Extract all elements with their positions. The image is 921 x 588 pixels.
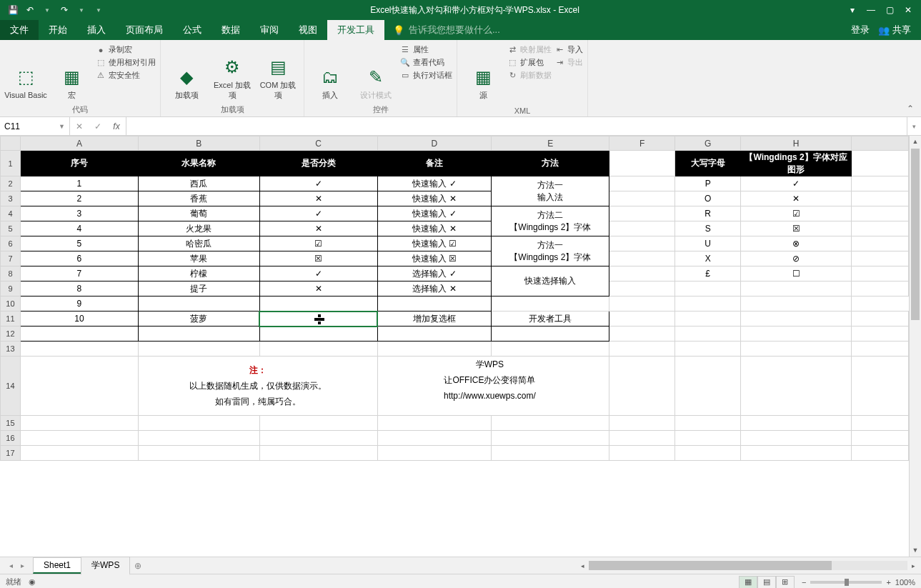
cell[interactable] [852,151,909,176]
view-pagebreak-icon[interactable]: ⊞ [776,576,795,589]
cell[interactable] [741,281,852,297]
cell[interactable]: S [675,221,741,236]
cell[interactable] [852,327,909,342]
cell[interactable]: 水果名称 [138,151,259,176]
row-header[interactable]: 17 [1,446,21,461]
cell[interactable] [492,446,609,461]
cell[interactable]: ⊘ [741,251,852,266]
cell[interactable] [852,266,909,281]
cell[interactable] [852,312,909,327]
qat-customize-icon[interactable]: ▼ [91,7,106,14]
cell[interactable]: 增加复选框 [377,312,492,327]
cell[interactable] [852,281,909,297]
row-header[interactable]: 12 [1,327,21,342]
cell[interactable]: ✕ [259,191,377,206]
tab-insert[interactable]: 插入 [77,20,116,40]
undo-icon[interactable]: ↶ [23,5,37,15]
cell[interactable]: ✓ [259,176,377,191]
cell[interactable]: U [675,236,741,251]
cell[interactable]: £ [675,266,741,281]
save-icon[interactable]: 💾 [6,5,20,15]
cell[interactable]: ☐ [741,266,852,281]
tab-developer[interactable]: 开发工具 [327,20,384,40]
cell[interactable] [609,281,675,297]
enter-icon[interactable]: ✓ [89,121,107,131]
share-button[interactable]: 👥 共享 [878,24,911,36]
tab-file[interactable]: 文件 [0,20,39,40]
cell[interactable] [377,327,492,342]
cell[interactable] [609,327,675,342]
maximize-icon[interactable]: ▢ [881,5,898,15]
cell[interactable] [492,297,609,312]
sheet-tab-1[interactable]: Sheet1 [33,557,81,574]
column-header[interactable]: C [259,136,377,151]
column-header[interactable]: A [20,136,138,151]
cell[interactable]: 提子 [138,281,259,297]
cell[interactable] [741,431,852,446]
cell[interactable]: ☑ [741,206,852,221]
cell[interactable] [852,206,909,221]
zoom-in-icon[interactable]: + [886,578,890,587]
cell[interactable]: 快速输入 ✕ [377,191,492,206]
cell[interactable]: 方法 [492,151,609,176]
cell[interactable] [852,236,909,251]
cell[interactable]: ✕ [741,191,852,206]
cell[interactable] [609,357,675,416]
ribbon-button[interactable]: ⬚Visual Basic [4,43,47,100]
tellme-search[interactable]: 💡 告诉我您想要做什么... [384,20,509,40]
cell[interactable] [675,357,741,416]
cell[interactable] [138,431,259,446]
row-header[interactable]: 2 [1,176,21,191]
zoom-out-icon[interactable]: − [802,578,806,587]
cell[interactable] [675,297,741,312]
column-header[interactable]: G [675,136,741,151]
cell[interactable]: 注：以上数据随机生成，仅供数据演示。如有雷同，纯属巧合。 [138,357,377,416]
cell[interactable]: ☒ [259,251,377,266]
tab-nav-last-icon[interactable]: ▸ [17,562,27,569]
cell[interactable]: 7 [20,266,138,281]
cell[interactable]: ✓ [259,266,377,281]
ribbon-button[interactable]: ⚙Excel 加载项 [211,43,254,100]
cell[interactable] [259,327,377,342]
scroll-up-icon[interactable]: ▲ [910,136,921,148]
cell[interactable] [20,327,138,342]
redo-icon[interactable]: ↷ [57,5,71,15]
cell[interactable] [259,342,377,357]
horizontal-scrollbar[interactable]: ◂ ▸ [577,559,920,572]
cell[interactable] [675,431,741,446]
cell[interactable]: R [675,206,741,221]
cell[interactable] [492,342,609,357]
cell[interactable] [609,342,675,357]
column-header[interactable]: D [377,136,492,151]
cell[interactable] [259,416,377,431]
cell[interactable]: 选择输入 ✕ [377,281,492,297]
cell[interactable]: O [675,191,741,206]
ribbon-small-button[interactable]: ⇤导入 [554,44,583,55]
cell[interactable]: 8 [20,281,138,297]
cell[interactable] [852,251,909,266]
column-header[interactable]: F [609,136,675,151]
row-header[interactable]: 10 [1,297,21,312]
cell[interactable] [377,446,492,461]
cell[interactable]: 葡萄 [138,206,259,221]
scroll-down-icon[interactable]: ▼ [910,544,921,557]
cell[interactable]: 快速输入 ✓ [377,206,492,221]
cell[interactable] [609,251,675,266]
cell[interactable] [609,221,675,236]
cell[interactable] [852,191,909,206]
column-header[interactable]: H [741,136,852,151]
cell[interactable]: 柠檬 [138,266,259,281]
namebox-dropdown-icon[interactable]: ▼ [59,123,65,130]
zoom-slider[interactable] [810,581,882,584]
cell[interactable] [609,191,675,206]
ribbon-small-button[interactable]: ⬚使用相对引用 [96,57,156,68]
row-header[interactable]: 13 [1,342,21,357]
cell[interactable]: 序号 [20,151,138,176]
cell[interactable] [609,416,675,431]
cell[interactable] [377,416,492,431]
collapse-ribbon-icon[interactable]: ⌃ [900,40,921,116]
cell[interactable] [609,206,675,221]
cell[interactable]: 【Wingdings 2】字体对应图形 [741,151,852,176]
cell[interactable] [675,416,741,431]
cell[interactable]: 哈密瓜 [138,236,259,251]
